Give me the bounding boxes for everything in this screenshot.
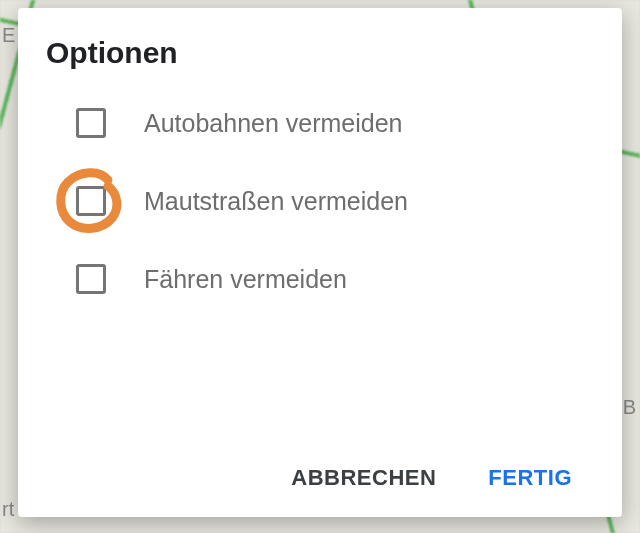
- option-label: Autobahnen vermeiden: [144, 109, 403, 138]
- map-letter: rt: [2, 498, 14, 521]
- option-label: Fähren vermeiden: [144, 265, 347, 294]
- option-label: Mautstraßen vermeiden: [144, 187, 408, 216]
- done-button[interactable]: FERTIG: [484, 457, 576, 499]
- option-avoid-ferries[interactable]: Fähren vermeiden: [76, 264, 594, 294]
- option-avoid-highways[interactable]: Autobahnen vermeiden: [76, 108, 594, 138]
- options-list: Autobahnen vermeiden Mautstraßen vermeid…: [46, 108, 594, 451]
- checkbox-icon[interactable]: [76, 264, 106, 294]
- dialog-title: Optionen: [46, 36, 594, 70]
- map-letter: B: [623, 396, 636, 419]
- checkbox-icon[interactable]: [76, 186, 106, 216]
- map-letter: E: [2, 24, 15, 47]
- dialog-actions: ABBRECHEN FERTIG: [46, 451, 594, 499]
- checkbox-icon[interactable]: [76, 108, 106, 138]
- cancel-button[interactable]: ABBRECHEN: [287, 457, 440, 499]
- route-options-dialog: Optionen Autobahnen vermeiden Mautstraße…: [18, 8, 622, 517]
- option-avoid-tolls[interactable]: Mautstraßen vermeiden: [76, 186, 594, 216]
